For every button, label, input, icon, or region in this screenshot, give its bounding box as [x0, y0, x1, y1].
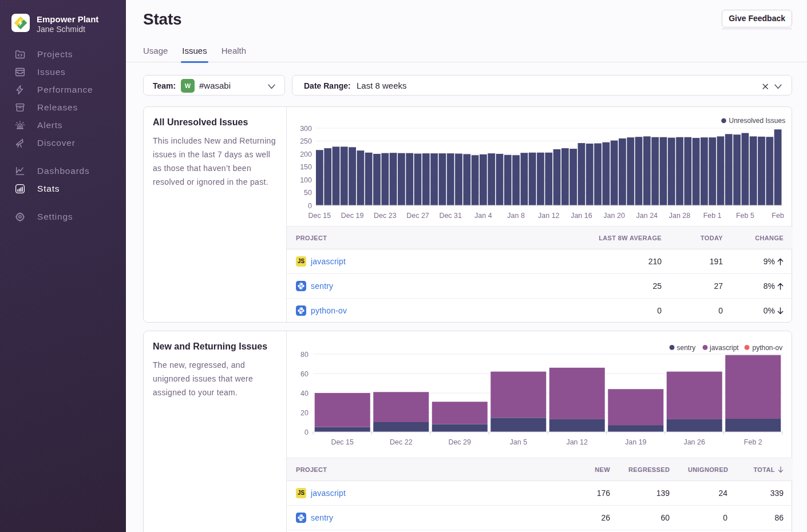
svg-text:Jan 24: Jan 24: [636, 212, 658, 220]
svg-text:0: 0: [308, 202, 312, 210]
svg-text:20: 20: [300, 409, 308, 417]
svg-text:Jan 20: Jan 20: [603, 212, 625, 220]
svg-text:Dec 15: Dec 15: [308, 212, 331, 220]
svg-text:50: 50: [304, 189, 312, 197]
svg-text:Unresolved Issues: Unresolved Issues: [729, 117, 786, 125]
svg-text:Dec 31: Dec 31: [439, 212, 462, 220]
svg-text:Jan 19: Jan 19: [625, 438, 647, 446]
svg-text:Jan 12: Jan 12: [538, 212, 560, 220]
svg-text:Dec 15: Dec 15: [331, 438, 354, 446]
svg-text:Jan 28: Jan 28: [669, 212, 691, 220]
svg-text:Jan 8: Jan 8: [507, 212, 525, 220]
svg-text:Jan 12: Jan 12: [566, 438, 588, 446]
svg-text:Dec 23: Dec 23: [374, 212, 397, 220]
svg-text:javascript: javascript: [709, 344, 739, 352]
svg-text:sentry: sentry: [677, 344, 696, 352]
svg-text:Jan 26: Jan 26: [683, 438, 705, 446]
svg-text:Feb 5: Feb 5: [736, 212, 754, 220]
svg-text:80: 80: [300, 351, 308, 359]
svg-text:60: 60: [300, 370, 308, 378]
svg-text:python-ov: python-ov: [753, 344, 783, 352]
svg-text:Feb 1: Feb 1: [703, 212, 722, 220]
svg-text:Dec 19: Dec 19: [341, 212, 364, 220]
svg-text:40: 40: [300, 390, 308, 398]
svg-text:Dec 27: Dec 27: [406, 212, 429, 220]
svg-text:Dec 22: Dec 22: [390, 438, 413, 446]
svg-text:100: 100: [300, 176, 312, 184]
svg-text:0: 0: [304, 428, 308, 436]
svg-text:Feb: Feb: [772, 212, 784, 220]
svg-text:150: 150: [300, 163, 312, 171]
svg-text:Jan 5: Jan 5: [510, 438, 528, 446]
svg-text:Jan 16: Jan 16: [571, 212, 592, 220]
svg-text:200: 200: [300, 150, 312, 158]
svg-text:Dec 29: Dec 29: [448, 438, 471, 446]
svg-text:Feb 2: Feb 2: [744, 438, 762, 446]
svg-text:250: 250: [300, 137, 312, 145]
svg-text:300: 300: [300, 125, 312, 133]
svg-text:Jan 4: Jan 4: [474, 212, 492, 220]
